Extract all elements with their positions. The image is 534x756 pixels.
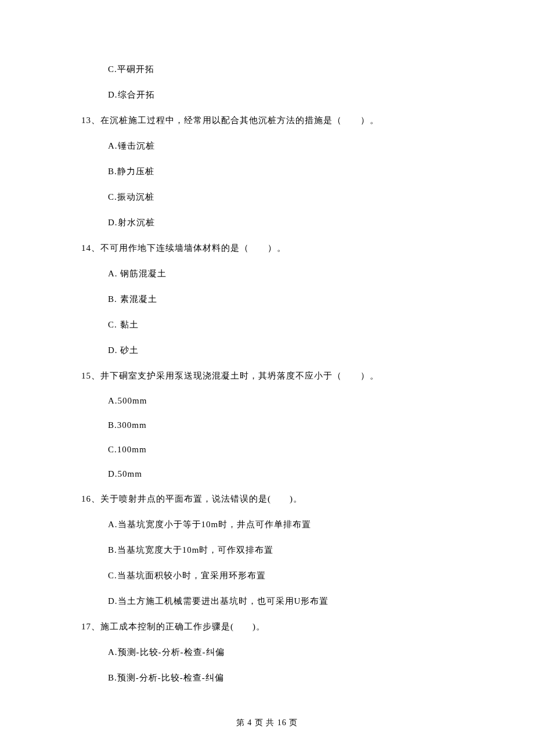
option-item: C. 黏土	[108, 319, 453, 330]
option-item: B.静力压桩	[108, 166, 453, 177]
option-item: C.100mm	[108, 445, 453, 455]
question-stem: 16、关于喷射井点的平面布置，说法错误的是( )。	[81, 494, 453, 505]
option-item: D.50mm	[108, 469, 453, 479]
option-item: B.300mm	[108, 420, 453, 430]
option-item: A.锤击沉桩	[108, 141, 453, 152]
option-item: B.预测-分析-比较-检查-纠偏	[108, 672, 453, 683]
option-item: A.当基坑宽度小于等于10m时，井点可作单排布置	[108, 519, 453, 530]
option-item: D.综合开拓	[108, 89, 453, 100]
page-content: C.平硐开拓 D.综合开拓 13、在沉桩施工过程中，经常用以配合其他沉桩方法的措…	[0, 0, 534, 683]
question-stem: 13、在沉桩施工过程中，经常用以配合其他沉桩方法的措施是（ ）。	[81, 115, 453, 126]
question-stem: 15、井下硐室支护采用泵送现浇混凝土时，其坍落度不应小于（ ）。	[81, 370, 453, 381]
question-stem: 17、施工成本控制的正确工作步骤是( )。	[81, 621, 453, 632]
option-item: D.当土方施工机械需要进出基坑时，也可采用U形布置	[108, 596, 453, 607]
option-item: B.当基坑宽度大于10m时，可作双排布置	[108, 545, 453, 556]
option-item: A.预测-比较-分析-检查-纠偏	[108, 647, 453, 658]
option-item: D.射水沉桩	[108, 217, 453, 228]
option-item: A. 钢筋混凝土	[108, 268, 453, 279]
option-item: B. 素混凝土	[108, 294, 453, 305]
option-item: A.500mm	[108, 396, 453, 406]
page-footer: 第 4 页 共 16 页	[0, 718, 534, 728]
question-stem: 14、不可用作地下连续墙墙体材料的是（ ）。	[81, 243, 453, 254]
option-item: D. 砂土	[108, 345, 453, 356]
option-item: C.平硐开拓	[108, 64, 453, 75]
option-item: C.振动沉桩	[108, 192, 453, 203]
option-item: C.当基坑面积较小时，宜采用环形布置	[108, 570, 453, 581]
